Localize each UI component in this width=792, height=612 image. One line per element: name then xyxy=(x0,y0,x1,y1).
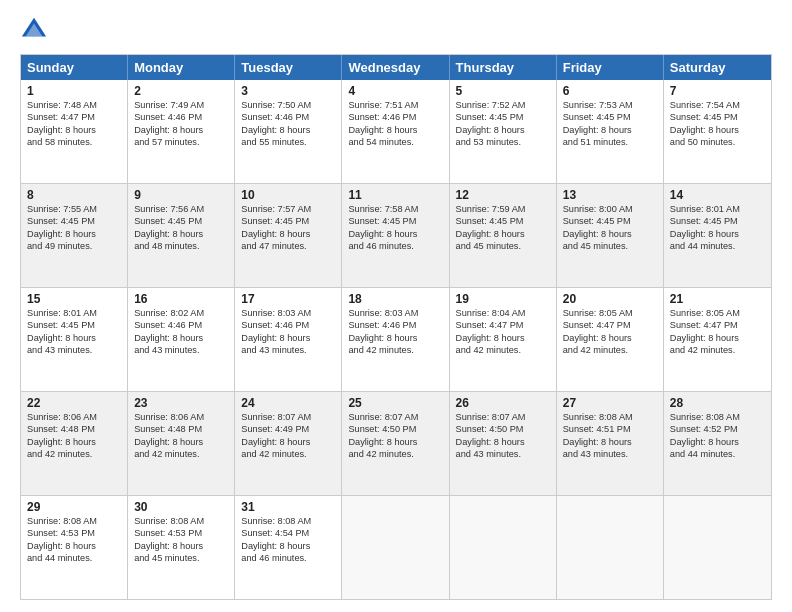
cal-cell-26: 26Sunrise: 8:07 AMSunset: 4:50 PMDayligh… xyxy=(450,392,557,495)
cell-text: Sunrise: 8:07 AMSunset: 4:50 PMDaylight:… xyxy=(348,412,418,459)
header-cell-monday: Monday xyxy=(128,55,235,80)
cell-text: Sunrise: 8:00 AMSunset: 4:45 PMDaylight:… xyxy=(563,204,633,251)
cal-cell-27: 27Sunrise: 8:08 AMSunset: 4:51 PMDayligh… xyxy=(557,392,664,495)
day-num: 13 xyxy=(563,188,657,202)
cell-text: Sunrise: 7:59 AMSunset: 4:45 PMDaylight:… xyxy=(456,204,526,251)
cell-text: Sunrise: 8:08 AMSunset: 4:54 PMDaylight:… xyxy=(241,516,311,563)
cal-cell-29: 29Sunrise: 8:08 AMSunset: 4:53 PMDayligh… xyxy=(21,496,128,599)
day-num: 19 xyxy=(456,292,550,306)
cal-cell-15: 15Sunrise: 8:01 AMSunset: 4:45 PMDayligh… xyxy=(21,288,128,391)
header-cell-thursday: Thursday xyxy=(450,55,557,80)
cell-text: Sunrise: 7:49 AMSunset: 4:46 PMDaylight:… xyxy=(134,100,204,147)
calendar-body: 1Sunrise: 7:48 AMSunset: 4:47 PMDaylight… xyxy=(21,80,771,599)
cal-cell-24: 24Sunrise: 8:07 AMSunset: 4:49 PMDayligh… xyxy=(235,392,342,495)
day-num: 3 xyxy=(241,84,335,98)
cell-text: Sunrise: 7:54 AMSunset: 4:45 PMDaylight:… xyxy=(670,100,740,147)
cal-cell-25: 25Sunrise: 8:07 AMSunset: 4:50 PMDayligh… xyxy=(342,392,449,495)
day-num: 22 xyxy=(27,396,121,410)
page: SundayMondayTuesdayWednesdayThursdayFrid… xyxy=(0,0,792,612)
cal-cell-28: 28Sunrise: 8:08 AMSunset: 4:52 PMDayligh… xyxy=(664,392,771,495)
header-cell-wednesday: Wednesday xyxy=(342,55,449,80)
calendar-row-4: 29Sunrise: 8:08 AMSunset: 4:53 PMDayligh… xyxy=(21,495,771,599)
day-num: 25 xyxy=(348,396,442,410)
day-num: 1 xyxy=(27,84,121,98)
cal-cell-23: 23Sunrise: 8:06 AMSunset: 4:48 PMDayligh… xyxy=(128,392,235,495)
cal-cell-8: 8Sunrise: 7:55 AMSunset: 4:45 PMDaylight… xyxy=(21,184,128,287)
cal-cell-4: 4Sunrise: 7:51 AMSunset: 4:46 PMDaylight… xyxy=(342,80,449,183)
cal-cell-18: 18Sunrise: 8:03 AMSunset: 4:46 PMDayligh… xyxy=(342,288,449,391)
cal-cell-16: 16Sunrise: 8:02 AMSunset: 4:46 PMDayligh… xyxy=(128,288,235,391)
cell-text: Sunrise: 8:05 AMSunset: 4:47 PMDaylight:… xyxy=(670,308,740,355)
cell-text: Sunrise: 8:07 AMSunset: 4:50 PMDaylight:… xyxy=(456,412,526,459)
cal-cell-6: 6Sunrise: 7:53 AMSunset: 4:45 PMDaylight… xyxy=(557,80,664,183)
cell-text: Sunrise: 7:50 AMSunset: 4:46 PMDaylight:… xyxy=(241,100,311,147)
cal-cell-20: 20Sunrise: 8:05 AMSunset: 4:47 PMDayligh… xyxy=(557,288,664,391)
cell-text: Sunrise: 8:03 AMSunset: 4:46 PMDaylight:… xyxy=(241,308,311,355)
cal-cell-empty-3-6 xyxy=(664,496,771,599)
cal-cell-21: 21Sunrise: 8:05 AMSunset: 4:47 PMDayligh… xyxy=(664,288,771,391)
day-num: 23 xyxy=(134,396,228,410)
day-num: 24 xyxy=(241,396,335,410)
cal-cell-2: 2Sunrise: 7:49 AMSunset: 4:46 PMDaylight… xyxy=(128,80,235,183)
cell-text: Sunrise: 7:51 AMSunset: 4:46 PMDaylight:… xyxy=(348,100,418,147)
cal-cell-7: 7Sunrise: 7:54 AMSunset: 4:45 PMDaylight… xyxy=(664,80,771,183)
day-num: 20 xyxy=(563,292,657,306)
cal-cell-9: 9Sunrise: 7:56 AMSunset: 4:45 PMDaylight… xyxy=(128,184,235,287)
calendar-row-0: 1Sunrise: 7:48 AMSunset: 4:47 PMDaylight… xyxy=(21,80,771,183)
logo xyxy=(20,16,52,44)
cell-text: Sunrise: 8:08 AMSunset: 4:53 PMDaylight:… xyxy=(134,516,204,563)
day-num: 27 xyxy=(563,396,657,410)
cell-text: Sunrise: 8:06 AMSunset: 4:48 PMDaylight:… xyxy=(134,412,204,459)
cell-text: Sunrise: 7:58 AMSunset: 4:45 PMDaylight:… xyxy=(348,204,418,251)
day-num: 16 xyxy=(134,292,228,306)
day-num: 8 xyxy=(27,188,121,202)
cell-text: Sunrise: 7:53 AMSunset: 4:45 PMDaylight:… xyxy=(563,100,633,147)
day-num: 26 xyxy=(456,396,550,410)
day-num: 18 xyxy=(348,292,442,306)
cal-cell-31: 31Sunrise: 8:08 AMSunset: 4:54 PMDayligh… xyxy=(235,496,342,599)
header xyxy=(20,16,772,44)
calendar-row-1: 8Sunrise: 7:55 AMSunset: 4:45 PMDaylight… xyxy=(21,183,771,287)
cal-cell-11: 11Sunrise: 7:58 AMSunset: 4:45 PMDayligh… xyxy=(342,184,449,287)
day-num: 12 xyxy=(456,188,550,202)
cell-text: Sunrise: 8:07 AMSunset: 4:49 PMDaylight:… xyxy=(241,412,311,459)
day-num: 21 xyxy=(670,292,765,306)
day-num: 4 xyxy=(348,84,442,98)
cell-text: Sunrise: 7:57 AMSunset: 4:45 PMDaylight:… xyxy=(241,204,311,251)
cal-cell-empty-3-5 xyxy=(557,496,664,599)
cell-text: Sunrise: 7:48 AMSunset: 4:47 PMDaylight:… xyxy=(27,100,97,147)
calendar-header: SundayMondayTuesdayWednesdayThursdayFrid… xyxy=(21,55,771,80)
cal-cell-19: 19Sunrise: 8:04 AMSunset: 4:47 PMDayligh… xyxy=(450,288,557,391)
day-num: 7 xyxy=(670,84,765,98)
cell-text: Sunrise: 8:02 AMSunset: 4:46 PMDaylight:… xyxy=(134,308,204,355)
calendar-row-3: 22Sunrise: 8:06 AMSunset: 4:48 PMDayligh… xyxy=(21,391,771,495)
cal-cell-3: 3Sunrise: 7:50 AMSunset: 4:46 PMDaylight… xyxy=(235,80,342,183)
cal-cell-22: 22Sunrise: 8:06 AMSunset: 4:48 PMDayligh… xyxy=(21,392,128,495)
day-num: 31 xyxy=(241,500,335,514)
day-num: 14 xyxy=(670,188,765,202)
cal-cell-empty-3-4 xyxy=(450,496,557,599)
cell-text: Sunrise: 8:08 AMSunset: 4:53 PMDaylight:… xyxy=(27,516,97,563)
cell-text: Sunrise: 8:08 AMSunset: 4:51 PMDaylight:… xyxy=(563,412,633,459)
cal-cell-1: 1Sunrise: 7:48 AMSunset: 4:47 PMDaylight… xyxy=(21,80,128,183)
cal-cell-30: 30Sunrise: 8:08 AMSunset: 4:53 PMDayligh… xyxy=(128,496,235,599)
day-num: 11 xyxy=(348,188,442,202)
header-cell-sunday: Sunday xyxy=(21,55,128,80)
calendar: SundayMondayTuesdayWednesdayThursdayFrid… xyxy=(20,54,772,600)
calendar-row-2: 15Sunrise: 8:01 AMSunset: 4:45 PMDayligh… xyxy=(21,287,771,391)
day-num: 6 xyxy=(563,84,657,98)
day-num: 2 xyxy=(134,84,228,98)
day-num: 9 xyxy=(134,188,228,202)
cell-text: Sunrise: 8:01 AMSunset: 4:45 PMDaylight:… xyxy=(27,308,97,355)
logo-icon xyxy=(20,16,48,44)
cal-cell-17: 17Sunrise: 8:03 AMSunset: 4:46 PMDayligh… xyxy=(235,288,342,391)
cell-text: Sunrise: 8:05 AMSunset: 4:47 PMDaylight:… xyxy=(563,308,633,355)
header-cell-saturday: Saturday xyxy=(664,55,771,80)
day-num: 30 xyxy=(134,500,228,514)
cal-cell-5: 5Sunrise: 7:52 AMSunset: 4:45 PMDaylight… xyxy=(450,80,557,183)
cell-text: Sunrise: 7:55 AMSunset: 4:45 PMDaylight:… xyxy=(27,204,97,251)
day-num: 15 xyxy=(27,292,121,306)
cell-text: Sunrise: 8:08 AMSunset: 4:52 PMDaylight:… xyxy=(670,412,740,459)
day-num: 17 xyxy=(241,292,335,306)
cal-cell-empty-3-3 xyxy=(342,496,449,599)
